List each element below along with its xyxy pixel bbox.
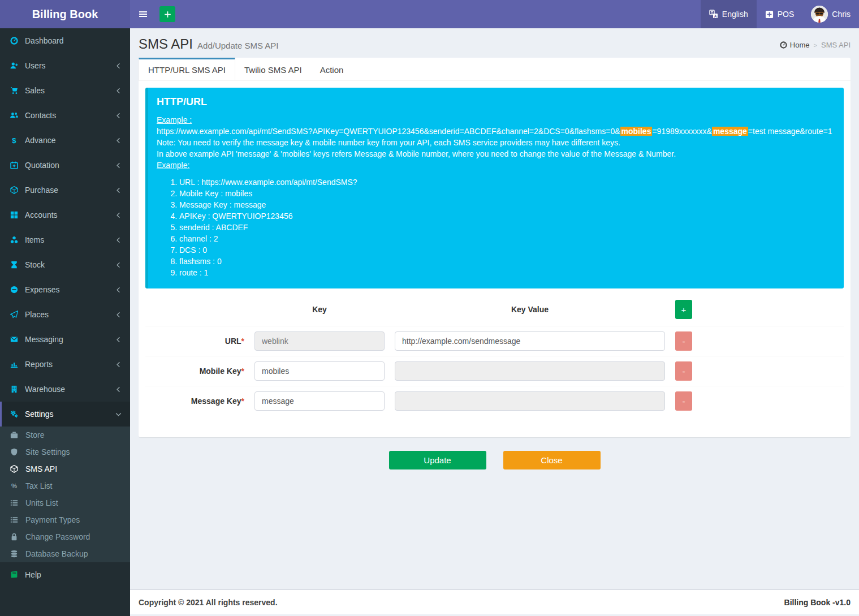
language-menu[interactable]: A English [701,0,757,28]
breadcrumb-separator: > [814,42,817,49]
close-button[interactable]: Close [503,451,601,469]
sidebar-toggle-button[interactable] [130,0,156,28]
sidebar-item-contacts[interactable]: Contacts [0,103,130,128]
sidebar-item-label: Settings [25,410,54,419]
sub-item-label: Site Settings [25,447,70,456]
remove-row-button[interactable]: - [675,361,692,381]
chevron-left-icon [115,361,122,368]
sidebar-item-label: Messaging [25,335,63,344]
sidebar-item-sales[interactable]: Sales [0,78,130,103]
sidebar-item-expenses[interactable]: Expenses [0,277,130,302]
url-key-input [254,331,385,351]
version-text: Billing Book -v1.0 [784,598,851,607]
tab-twilio-sms-api[interactable]: Twilio SMS API [235,58,311,80]
sidebar-item-messaging[interactable]: Messaging [0,327,130,352]
user-menu[interactable]: Chris [802,0,859,28]
briefcase-icon [10,431,20,439]
sidebar-item-change-password[interactable]: Change Password [0,528,130,545]
sidebar-item-label: Accounts [25,210,58,219]
user-name: Chris [832,10,851,19]
sidebar-item-advance[interactable]: $ Advance [0,128,130,153]
list-item: Message Key : message [179,199,834,210]
sidebar-item-dashboard[interactable]: Dashboard [0,28,130,53]
sub-item-label: Store [25,430,44,440]
required-asterisk: * [241,337,244,346]
pos-label: POS [778,10,795,19]
lock-icon [10,533,20,541]
sidebar-item-label: Stock [25,260,45,269]
calendar-plus-icon [10,161,20,169]
quick-add-button[interactable] [159,6,175,22]
sidebar-item-quotation[interactable]: Quotation [0,153,130,178]
url-part: =91989xxxxxxx& [652,127,711,136]
sub-item-label: SMS API [25,464,57,473]
breadcrumb-home-link[interactable]: Home [780,41,810,49]
example2-link[interactable]: Example: [157,161,189,170]
tab-http-url-sms-api[interactable]: HTTP/URL SMS API [139,58,235,80]
sidebar-item-tax-list[interactable]: % Tax List [0,477,130,494]
sidebar-item-units-list[interactable]: Units List [0,494,130,511]
cube-icon [10,186,20,194]
sidebar-item-payment-types[interactable]: Payment Types [0,511,130,528]
sidebar-item-label: Sales [25,86,45,95]
example-link[interactable]: Example : [157,115,192,124]
required-asterisk: * [241,397,244,406]
sidebar-item-label: Items [25,235,44,244]
sidebar-item-label: Warehouse [25,385,65,394]
update-button[interactable]: Update [389,451,486,469]
pos-menu[interactable]: POS [757,0,803,28]
sidebar-item-accounts[interactable]: Accounts [0,203,130,227]
sub-item-label: Tax List [25,481,52,490]
chevron-left-icon [115,312,122,318]
list-item: senderid : ABCDEF [179,222,834,233]
sidebar-item-places[interactable]: Places [0,302,130,327]
remove-row-button[interactable]: - [675,331,692,351]
brand-logo[interactable]: Billing Book [0,0,130,28]
sidebar-item-reports[interactable]: Reports [0,352,130,377]
sidebar-item-help[interactable]: Help [0,562,130,587]
mobile-key-input[interactable] [254,361,385,381]
envelope-icon [10,335,20,343]
sidebar-item-store[interactable]: Store [0,427,130,443]
sidebar-item-label: Advance [25,136,55,145]
minus-circle-icon [10,286,20,294]
url-value-input[interactable] [395,331,665,351]
chevron-left-icon [115,162,122,169]
add-row-button[interactable]: + [675,300,692,319]
sub-item-label: Change Password [25,532,90,541]
message-key-input[interactable] [254,391,385,411]
avatar [811,6,828,23]
sidebar-item-warehouse[interactable]: Warehouse [0,377,130,402]
sidebar-item-sms-api[interactable]: SMS API [0,460,130,477]
chevron-left-icon [115,113,122,119]
tab-action[interactable]: Action [311,58,353,80]
sidebar-item-label: Purchase [25,186,58,195]
sidebar-item-site-settings[interactable]: Site Settings [0,443,130,460]
database-icon [10,550,20,558]
sidebar-item-purchase[interactable]: Purchase [0,178,130,203]
hourglass-icon [10,261,20,269]
chevron-left-icon [115,386,122,393]
sidebar-item-items[interactable]: Items [0,227,130,252]
svg-text:$: $ [12,136,16,144]
sidebar-item-database-backup[interactable]: Database Backup [0,545,130,562]
grid-icon [10,211,20,219]
form-row-message-key: Message Key* - [145,386,844,416]
example2-label: Example: [157,160,834,171]
tab-bar: HTTP/URL SMS API Twilio SMS API Action [139,58,851,81]
key-value-form: Key Key Value + URL* - Mobile Key* [145,298,844,436]
sidebar-item-users[interactable]: Users [0,53,130,78]
callout-description: In above example API 'message' & 'mobile… [157,148,834,160]
chevron-left-icon [115,63,122,69]
chevron-left-icon [115,187,122,193]
shield-icon [10,448,20,456]
example-parameter-list: URL : https://www.example.com/api/mt/Sen… [157,176,834,278]
sidebar-item-stock[interactable]: Stock [0,252,130,277]
users-icon [10,111,20,119]
navbar-right: A English POS Chris [701,0,859,28]
svg-text:A: A [714,14,716,18]
form-header-row: Key Key Value + [145,298,844,326]
remove-row-button[interactable]: - [675,391,692,411]
book-icon [10,571,20,579]
sidebar-item-settings[interactable]: Settings [0,402,130,427]
